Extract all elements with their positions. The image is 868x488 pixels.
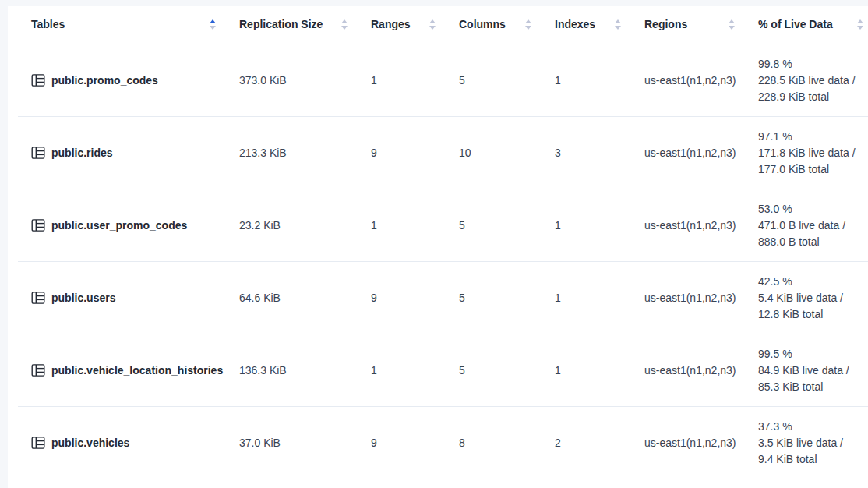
live-data-amount: 5.4 KiB live data / bbox=[758, 290, 868, 306]
total-data-amount: 228.9 KiB total bbox=[758, 89, 868, 105]
table-grid-icon bbox=[31, 73, 45, 87]
table-grid-icon bbox=[31, 363, 45, 377]
indexes-cell: 1 bbox=[539, 44, 629, 117]
columns-cell: 8 bbox=[443, 407, 539, 479]
caret-down-icon bbox=[341, 26, 348, 30]
live-data-percent: 97.1 % bbox=[758, 129, 868, 145]
caret-down-icon bbox=[857, 26, 863, 30]
total-data-amount: 9.4 KiB total bbox=[758, 451, 868, 468]
ranges-cell: 1 bbox=[355, 189, 443, 262]
live-data-amount: 3.5 KiB live data / bbox=[758, 435, 868, 451]
column-header-indexes[interactable]: Indexes bbox=[539, 6, 629, 44]
live-data-cell: 99.8 % 228.5 KiB live data / 228.9 KiB t… bbox=[743, 44, 868, 117]
regions-cell: us-east1(n1,n2,n3) bbox=[629, 189, 743, 262]
table-name: public.rides bbox=[51, 147, 113, 159]
column-label: Tables bbox=[31, 18, 65, 34]
replication-size-cell: 23.2 KiB bbox=[224, 189, 355, 262]
table-row[interactable]: public.vehicles 37.0 KiB 9 8 2 us-east1(… bbox=[18, 407, 868, 479]
regions-cell: us-east1(n1,n2,n3) bbox=[629, 117, 743, 189]
indexes-cell: 1 bbox=[539, 189, 629, 262]
table-name: public.users bbox=[51, 292, 115, 304]
table-grid-icon bbox=[31, 218, 45, 232]
table-row[interactable]: public.users 64.6 KiB 9 5 1 us-east1(n1,… bbox=[18, 262, 868, 334]
caret-up-icon bbox=[525, 19, 531, 23]
table-name-cell[interactable]: public.vehicles bbox=[18, 407, 224, 479]
table-name-cell[interactable]: public.user_promo_codes bbox=[18, 189, 224, 262]
live-data-percent: 99.8 % bbox=[758, 56, 868, 72]
total-data-amount: 888.0 B total bbox=[758, 234, 868, 250]
columns-cell: 10 bbox=[443, 117, 539, 189]
caret-up-icon bbox=[615, 19, 621, 23]
column-header-live-data[interactable]: % of Live Data bbox=[743, 6, 868, 44]
caret-down-icon bbox=[525, 26, 531, 30]
table-name-cell[interactable]: public.users bbox=[18, 262, 224, 334]
column-header-ranges[interactable]: Ranges bbox=[355, 6, 443, 44]
column-label: Replication Size bbox=[239, 18, 323, 34]
table-row[interactable]: public.promo_codes 373.0 KiB 1 5 1 us-ea… bbox=[18, 44, 868, 117]
column-label: Columns bbox=[459, 18, 506, 34]
columns-cell: 5 bbox=[443, 262, 539, 334]
table-row[interactable]: public.vehicle_location_histories 136.3 … bbox=[18, 334, 868, 407]
regions-cell: us-east1(n1,n2,n3) bbox=[629, 262, 743, 334]
table-row[interactable]: public.user_promo_codes 23.2 KiB 1 5 1 u… bbox=[18, 189, 868, 262]
caret-down-icon bbox=[210, 26, 216, 30]
replication-size-cell: 373.0 KiB bbox=[224, 44, 355, 117]
live-data-cell: 42.5 % 5.4 KiB live data / 12.8 KiB tota… bbox=[743, 262, 868, 334]
live-data-cell: 97.1 % 171.8 KiB live data / 177.0 KiB t… bbox=[743, 117, 868, 189]
column-header-columns[interactable]: Columns bbox=[443, 6, 539, 44]
live-data-percent: 53.0 % bbox=[758, 201, 868, 217]
indexes-cell: 1 bbox=[539, 334, 629, 407]
table-name-cell[interactable]: public.promo_codes bbox=[18, 44, 224, 117]
live-data-percent: 99.5 % bbox=[758, 346, 868, 362]
live-data-amount: 228.5 KiB live data / bbox=[758, 72, 868, 89]
live-data-cell: 53.0 % 471.0 B live data / 888.0 B total bbox=[743, 189, 868, 262]
sort-icon[interactable] bbox=[210, 19, 216, 30]
table-name: public.user_promo_codes bbox=[51, 219, 187, 232]
table-grid-icon bbox=[31, 436, 45, 450]
caret-down-icon bbox=[429, 26, 436, 30]
table-grid-icon bbox=[31, 291, 45, 305]
column-header-regions[interactable]: Regions bbox=[629, 6, 743, 44]
live-data-amount: 84.9 KiB live data / bbox=[758, 362, 868, 379]
tables-list-card: Tables Replication Size Ranges bbox=[8, 6, 868, 488]
sort-icon[interactable] bbox=[729, 19, 735, 30]
replication-size-cell: 213.3 KiB bbox=[224, 117, 355, 189]
live-data-amount: 171.8 KiB live data / bbox=[758, 145, 868, 161]
sort-icon[interactable] bbox=[857, 19, 863, 30]
regions-cell: us-east1(n1,n2,n3) bbox=[629, 44, 743, 117]
database-tables-table: Tables Replication Size Ranges bbox=[18, 6, 868, 479]
ranges-cell: 1 bbox=[355, 44, 443, 117]
table-header-row: Tables Replication Size Ranges bbox=[18, 6, 868, 44]
column-label: Indexes bbox=[555, 18, 595, 34]
table-name: public.vehicle_location_histories bbox=[51, 364, 223, 377]
regions-cell: us-east1(n1,n2,n3) bbox=[629, 407, 743, 479]
live-data-cell: 99.5 % 84.9 KiB live data / 85.3 KiB tot… bbox=[743, 334, 868, 407]
column-header-tables[interactable]: Tables bbox=[18, 6, 224, 44]
columns-cell: 5 bbox=[443, 44, 539, 117]
ranges-cell: 9 bbox=[355, 117, 443, 189]
caret-up-icon bbox=[857, 19, 863, 23]
table-name-cell[interactable]: public.vehicle_location_histories bbox=[18, 334, 224, 407]
live-data-cell: 37.3 % 3.5 KiB live data / 9.4 KiB total bbox=[743, 407, 868, 479]
sort-icon[interactable] bbox=[341, 19, 348, 30]
table-name: public.promo_codes bbox=[51, 74, 158, 87]
table-row[interactable]: public.rides 213.3 KiB 9 10 3 us-east1(n… bbox=[18, 117, 868, 189]
caret-down-icon bbox=[729, 26, 735, 30]
caret-up-icon bbox=[341, 19, 348, 23]
column-label: % of Live Data bbox=[758, 18, 833, 34]
sort-icon[interactable] bbox=[525, 19, 531, 30]
total-data-amount: 85.3 KiB total bbox=[758, 379, 868, 395]
live-data-percent: 37.3 % bbox=[758, 419, 868, 435]
indexes-cell: 2 bbox=[539, 407, 629, 479]
column-label: Ranges bbox=[371, 18, 411, 34]
sort-icon[interactable] bbox=[615, 19, 621, 30]
live-data-amount: 471.0 B live data / bbox=[758, 217, 868, 234]
sort-icon[interactable] bbox=[429, 19, 436, 30]
table-name-cell[interactable]: public.rides bbox=[18, 117, 224, 189]
indexes-cell: 3 bbox=[539, 117, 629, 189]
column-header-replication-size[interactable]: Replication Size bbox=[224, 6, 355, 44]
live-data-percent: 42.5 % bbox=[758, 274, 868, 290]
regions-cell: us-east1(n1,n2,n3) bbox=[629, 334, 743, 407]
total-data-amount: 177.0 KiB total bbox=[758, 161, 868, 178]
column-label: Regions bbox=[644, 18, 687, 34]
